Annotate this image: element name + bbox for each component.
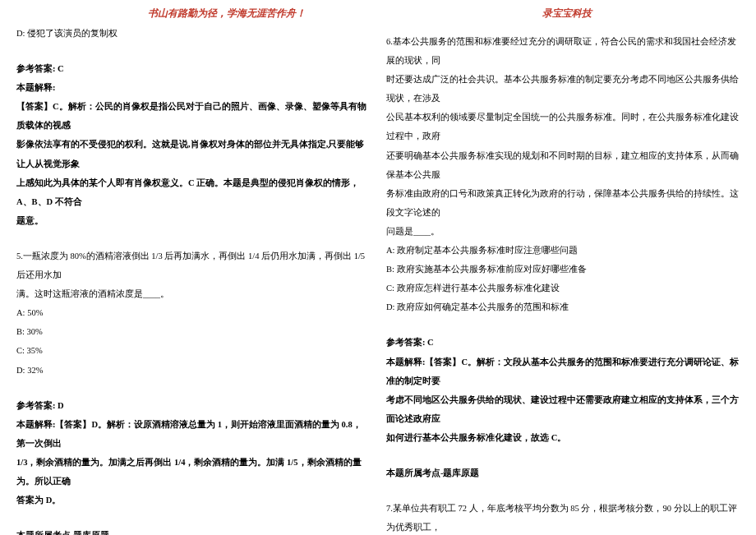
q4-explain-line3: 上感知此为具体的某个人即有肖像权意义。C 正确。本题是典型的侵犯肖像权的情形，A… [16,173,370,211]
q5-stem-line1: 5.一瓶浓度为 80%的酒精溶液倒出 1/3 后再加满水，再倒出 1/4 后仍用… [16,247,370,284]
q6-line3: 公民基本权利的领域要尽量制定全国统一的公共服务标准。同时，在公共服务标准化建设过… [386,108,740,145]
q6-explain-line1: 本题解释:【答案】C。解析：文段从基本公共服务的范围和标准要进行充分调研论证、标… [386,353,740,390]
q6-line4: 还要明确基本公共服务标准实现的规划和不同时期的目标，建立相应的支持体系，从而确保… [386,146,740,184]
q5-option-d: D: 32% [16,361,370,380]
q6-topic: 本题所属考点-题库原题 [386,464,740,482]
left-column: D: 侵犯了该演员的复制权 参考答案: C 本题解释: 【答案】C。解析：公民的… [16,24,370,535]
q5-option-b: B: 30% [16,322,370,341]
q6-explain-line2: 考虑不同地区公共服务供给的现状、建设过程中还需要政府建立相应的支持体系，三个方面… [386,390,740,428]
q6-option-a: A: 政府制定基本公共服务标准时应注意哪些问题 [386,241,740,260]
q6-option-c: C: 政府应怎样进行基本公共服务标准化建设 [386,279,740,297]
header-motto: 书山有路勤为径，学海无涯苦作舟！ [148,7,306,21]
page-header: 书山有路勤为径，学海无涯苦作舟！ 录宝宝科技 [0,0,756,24]
q5-explain-line2: 1/3，剩余酒精的量为。加满之后再倒出 1/4，剩余酒精的量为。加满 1/5，剩… [16,453,370,491]
q6-line2: 时还要达成广泛的社会共识。基本公共服务标准的制定要充分考虑不同地区公共服务供给现… [386,70,740,108]
q6-line5: 务标准由政府的口号和政策真正转化为政府的行动，保障基本公共服务供给的持续性。这段… [386,184,740,222]
q6-explain-line3: 如何进行基本公共服务标准化建设，故选 C。 [386,428,740,447]
q5-option-a: A: 50% [16,303,370,322]
q5-topic: 本题所属考点-题库原题 [16,526,370,535]
header-brand: 录宝宝科技 [542,7,674,21]
q4-explain-line1: 【答案】C。解析：公民的肖像权是指公民对于自己的照片、画像、录像、塑像等具有物质… [16,97,370,135]
q5-option-c: C: 35% [16,341,370,360]
q7-line1: 7.某单位共有职工 72 人，年底考核平均分数为 85 分，根据考核分数，90 … [386,499,740,535]
q4-answer: 参考答案: C [16,59,370,78]
q6-line6: 问题是____。 [386,222,740,241]
q4-explain-line2: 影像依法享有的不受侵犯的权利。这就是说,肖像权对身体的部位并无具体指定,只要能够… [16,135,370,173]
q6-option-b: B: 政府实施基本公共服务标准前应对应好哪些准备 [386,260,740,279]
content-columns: D: 侵犯了该演员的复制权 参考答案: C 本题解释: 【答案】C。解析：公民的… [0,24,756,535]
q6-answer: 参考答案: C [386,333,740,352]
q5-answer: 参考答案: D [16,396,370,415]
q5-stem-line2: 满。这时这瓶溶液的酒精浓度是____。 [16,284,370,303]
q5-explain-line1: 本题解释:【答案】D。解析：设原酒精溶液总量为 1，则开始溶液里面酒精的量为 0… [16,415,370,453]
q5-explain-line3: 答案为 D。 [16,491,370,510]
q4-explain-line4: 题意。 [16,211,370,230]
q4-explain-title: 本题解释: [16,78,370,97]
q6-option-d: D: 政府应如何确定基本公共服务的范围和标准 [386,297,740,316]
q4-option-d: D: 侵犯了该演员的复制权 [16,24,370,43]
right-column: 6.基本公共服务的范围和标准要经过充分的调研取证，符合公民的需求和我国社会经济发… [386,24,740,535]
q6-line1: 6.基本公共服务的范围和标准要经过充分的调研取证，符合公民的需求和我国社会经济发… [386,32,740,70]
